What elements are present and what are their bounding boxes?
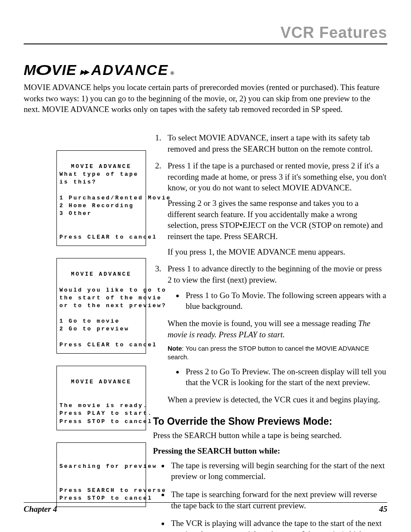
page-footer: Chapter 4 45	[24, 502, 387, 514]
bullet-goto-movie: Press 1 to Go To Movie. The following sc…	[184, 290, 387, 312]
step-3: Press 1 to advance directly to the begin…	[163, 263, 387, 405]
chapter-label: Chapter 4	[24, 504, 57, 514]
osd-screen-goto: MOVIE ADVANCE Would you like to go to th…	[56, 258, 146, 354]
section-header: VCR Features	[24, 24, 387, 44]
bullet-goto-preview: Press 2 to Go To Preview. The on-screen …	[184, 366, 387, 388]
instruction-steps: To select MOVIE ADVANCE, insert a tape w…	[153, 132, 387, 405]
override-list: The tape is reversing will begin searchi…	[153, 460, 387, 532]
osd-column: MOVIE ADVANCEWhat type of tape is this? …	[24, 132, 140, 532]
osd-screen-tape-type: MOVIE ADVANCEWhat type of tape is this? …	[56, 150, 146, 246]
step-1: To select MOVIE ADVANCE, insert a tape w…	[163, 132, 387, 154]
osd-screen-ready: MOVIE ADVANCE The movie is ready. Press …	[56, 366, 146, 430]
override-heading: To Override the Show Previews Mode:	[153, 416, 387, 427]
step-2: Press 1 if the tape is a purchased or re…	[163, 160, 387, 257]
page-number: 45	[379, 504, 387, 514]
osd-screen-searching: Searching for preview Press SEARCH to re…	[56, 442, 146, 507]
override-sub: Pressing the SEARCH button while:	[153, 446, 387, 456]
override-item: The tape is reversing will begin searchi…	[169, 460, 387, 482]
override-intro: Press the SEARCH button while a tape is …	[153, 431, 387, 440]
note-text: Note: You can press the STOP button to c…	[168, 344, 387, 362]
movie-advance-logo: MOVIE ▸▸ ADVANCE ®	[24, 62, 387, 78]
intro-paragraph: MOVIE ADVANCE helps you locate certain p…	[24, 82, 386, 115]
override-item: The VCR is playing will advance the tape…	[169, 518, 387, 532]
